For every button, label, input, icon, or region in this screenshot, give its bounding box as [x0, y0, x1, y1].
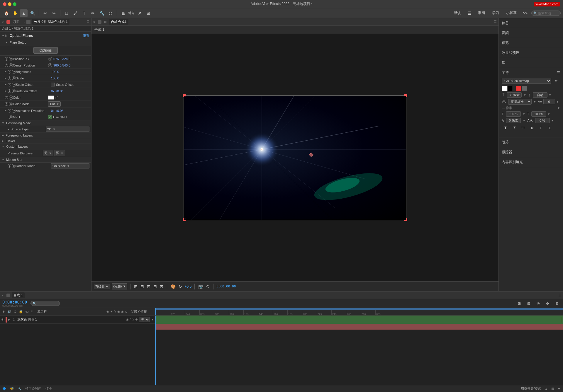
rotation-offset-expand[interactable]: ▶	[5, 90, 6, 92]
font-name-select[interactable]: GB18030 Bitmap	[502, 78, 551, 84]
horiz-scale-input[interactable]	[531, 111, 546, 117]
foreground-layers-section[interactable]: ▶ Foreground Layers	[0, 133, 91, 138]
crosshair-center-icon[interactable]: ⊕	[48, 63, 52, 67]
timeline-timecode[interactable]: 0:00:00:00	[2, 300, 27, 304]
layer-parent-select[interactable]: 无	[139, 317, 150, 322]
view-btn-1[interactable]: ⊞	[133, 284, 138, 289]
render-btn[interactable]: ⊙	[206, 284, 210, 289]
bold-btn[interactable]: T	[502, 124, 509, 132]
effect-reset-btn[interactable]: 重置	[83, 34, 89, 38]
timeline-ctrl-1[interactable]: ⊞	[515, 300, 523, 307]
timeline-ctrl-5[interactable]: ⊞	[553, 300, 561, 307]
menu-btn[interactable]: ☰	[466, 9, 473, 17]
review-btn[interactable]: 审阅	[476, 10, 487, 16]
tracking-value-input[interactable]	[543, 99, 555, 104]
vert-scale-input[interactable]	[506, 111, 521, 117]
tsumi-input[interactable]	[535, 118, 550, 123]
pen-tool[interactable]: 🖊	[72, 9, 79, 17]
home-button[interactable]: 🏠	[2, 9, 10, 17]
label-icon[interactable]: 🏷	[25, 310, 28, 313]
lock-icon[interactable]: 🔒	[19, 310, 23, 313]
prop-icon-animation-evolution[interactable]: ⊙	[12, 109, 16, 113]
prop-icon-rotation-offset[interactable]: ⊙	[12, 89, 16, 93]
stopwatch-center-pos[interactable]: ⏱	[5, 64, 8, 67]
close-button[interactable]	[3, 2, 6, 6]
layer-fx-icon[interactable]: fx	[132, 318, 134, 321]
playhead[interactable]	[155, 308, 156, 315]
maximize-button[interactable]	[13, 2, 16, 6]
text-tool[interactable]: T	[80, 9, 88, 17]
line-height-input[interactable]	[533, 92, 547, 98]
subscript-btn[interactable]: T.	[546, 124, 553, 132]
source-type-expand[interactable]: ▶	[8, 128, 9, 131]
small-screen-btn[interactable]: 小屏幕	[504, 10, 519, 16]
switch-icon-4[interactable]: ◉	[121, 310, 124, 313]
solo-icon-2[interactable]: 🔊	[7, 310, 11, 313]
rect-tool[interactable]: □	[63, 9, 70, 17]
prop-icon-color-mode[interactable]: ⊙	[9, 102, 13, 106]
prop-value-scale[interactable]: 100.0	[51, 76, 89, 80]
stopwatch-position-xy[interactable]: ⏱	[5, 57, 8, 61]
small-caps-btn[interactable]: Tr	[528, 124, 536, 132]
custom-layers-section[interactable]: ▼ Custom Layers	[0, 144, 91, 149]
switch-icon-2[interactable]: ✦	[110, 310, 113, 313]
prop-icon-center-pos[interactable]: ⊙	[9, 63, 13, 67]
prop-value-brightness[interactable]: 100.0	[51, 70, 89, 74]
view-btn-2[interactable]: ⊟	[140, 284, 145, 289]
select-tool[interactable]: ▲	[20, 9, 28, 17]
effects-presets-panel-item[interactable]: 效果和预设	[499, 48, 563, 58]
timeline-close-btn[interactable]: ×	[2, 294, 4, 297]
snapping-btn[interactable]: ↗	[136, 9, 143, 17]
prop-value-center-pos[interactable]: 960.0,540.0	[53, 64, 89, 67]
tab-project[interactable]: 项目	[12, 19, 22, 25]
default-btn[interactable]: 默认	[452, 10, 463, 16]
tracking-select[interactable]: 度量标准	[508, 99, 532, 105]
preview-bg-dropdown-2[interactable]: 源 ▼	[55, 150, 65, 156]
tab-composition[interactable]: 合成 合成1	[109, 19, 128, 25]
switch-icon-1[interactable]: ◉	[106, 310, 109, 313]
align-toggle[interactable]: ▦	[119, 9, 127, 17]
crosshair-icon[interactable]: ⊕	[48, 57, 52, 61]
positioning-mode-section[interactable]: ▼ Positioning Mode	[0, 120, 91, 126]
stopwatch-render-mode[interactable]: ⏱	[8, 164, 11, 168]
source-type-dropdown[interactable]: 2D ▼	[46, 127, 89, 132]
content-fill-panel-item[interactable]: 内容识别填充	[499, 157, 563, 167]
search-input[interactable]	[538, 11, 559, 15]
hand-tool[interactable]: ✋	[11, 9, 19, 17]
stopwatch-scale-offset[interactable]: ⏱	[8, 83, 11, 86]
scale-expand[interactable]: ▶	[5, 77, 6, 79]
character-menu[interactable]: ☰	[557, 71, 560, 75]
layer-mode-icon[interactable]: ◉	[126, 318, 129, 321]
tab-timeline-comp[interactable]: 合成 1	[12, 292, 24, 298]
prop-icon-render-mode[interactable]: ⊙	[12, 164, 16, 168]
solo-icon[interactable]: 👁	[2, 310, 5, 313]
use-gpu-checkbox[interactable]: ✓	[48, 115, 52, 119]
comp-panel-close[interactable]: ×	[93, 20, 95, 24]
camera-btn[interactable]: 📷	[198, 284, 204, 289]
render-mode-dropdown[interactable]: On Black ▼	[51, 163, 89, 168]
view-btn-4[interactable]: ⊞	[153, 284, 157, 289]
color-mode-dropdown[interactable]: Tint ▼	[48, 101, 61, 107]
paragraph-panel-item[interactable]: 段落	[499, 137, 563, 147]
search-box[interactable]: 🔍	[531, 11, 561, 16]
all-caps-btn[interactable]: TT	[519, 124, 527, 132]
solo-icon-3[interactable]: ⊙	[14, 310, 16, 313]
scale-offset-checkbox[interactable]	[51, 83, 55, 86]
animation-evolution-expand[interactable]: ▶	[5, 109, 6, 112]
color-arrow[interactable]: ⇄	[55, 96, 58, 99]
expand-btn[interactable]: >>	[521, 9, 529, 17]
track-bar-pink[interactable]	[155, 324, 563, 330]
audio-panel-item[interactable]: 音频	[499, 28, 563, 38]
layer-effect-icon[interactable]: /	[130, 318, 131, 321]
switch-icon-3[interactable]: ◉	[117, 310, 120, 313]
italic-btn[interactable]: T	[511, 124, 518, 132]
zoom-dropdown[interactable]: 79.6% ▼	[94, 284, 110, 289]
view-btn-5[interactable]: ⊠	[159, 284, 164, 289]
color-adjust-btn[interactable]: 🎨	[170, 284, 176, 289]
undo-btn[interactable]: ↩	[41, 9, 49, 17]
timeline-search-box[interactable]: 🔍	[30, 301, 60, 306]
switch-icon-5[interactable]: ⊙	[125, 310, 127, 313]
tab-effects[interactable]: 效果控件 深灰色 纯色 1	[32, 19, 69, 25]
text-stroke-gray[interactable]	[522, 86, 527, 91]
status-icon-slider[interactable]: ⊟	[551, 387, 554, 391]
